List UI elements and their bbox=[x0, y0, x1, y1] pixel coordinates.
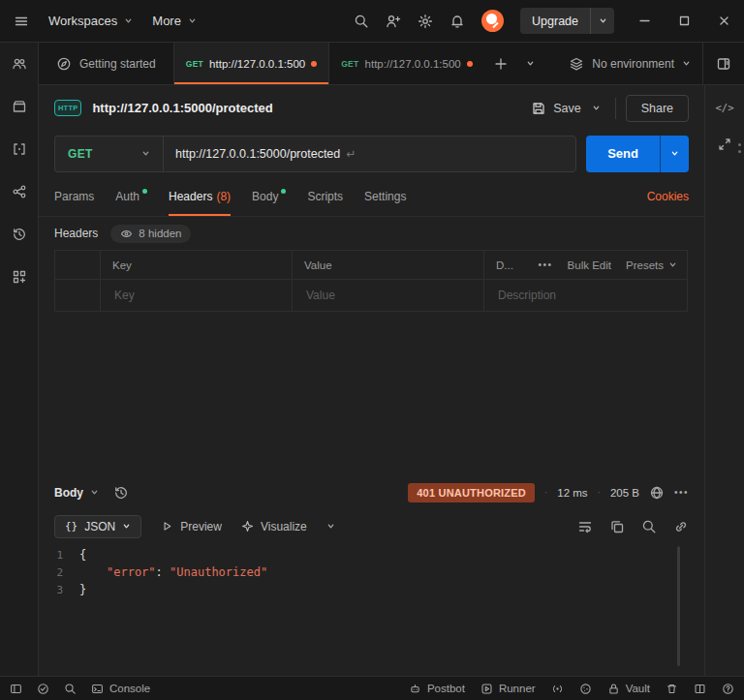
send-button[interactable]: Send bbox=[586, 136, 660, 172]
tab-auth[interactable]: Auth bbox=[115, 176, 147, 216]
response-format-dropdown[interactable]: {} JSON bbox=[54, 515, 141, 538]
more-menu[interactable]: More bbox=[152, 14, 197, 28]
http-protocol-badge: HTTP bbox=[54, 100, 81, 116]
trash-icon[interactable] bbox=[666, 683, 678, 695]
upgrade-options-icon[interactable] bbox=[590, 8, 614, 34]
column-description: D... bbox=[496, 259, 513, 271]
code-line: 1 { bbox=[39, 546, 704, 563]
environment-label: No environment bbox=[592, 57, 674, 71]
status-badge[interactable]: 401 UNAUTHORIZED bbox=[408, 483, 535, 502]
tab-headers[interactable]: Headers (8) bbox=[169, 176, 231, 216]
statusbar-search-icon[interactable] bbox=[64, 683, 77, 695]
save-button[interactable]: Save bbox=[525, 95, 587, 122]
workspaces-label: Workspaces bbox=[48, 14, 117, 28]
send-options-icon[interactable] bbox=[660, 136, 689, 172]
sidebar-toggle-icon[interactable] bbox=[10, 683, 22, 695]
postbot-icon bbox=[409, 683, 421, 695]
separator-dot: · bbox=[598, 487, 601, 498]
visualize-button[interactable]: Visualize bbox=[241, 520, 307, 533]
cookies-icon[interactable] bbox=[579, 683, 592, 695]
copy-icon[interactable] bbox=[609, 519, 625, 534]
two-pane-view-icon[interactable] bbox=[694, 683, 706, 695]
headers-section-label: Headers bbox=[54, 227, 98, 240]
scrollbar[interactable] bbox=[677, 546, 680, 666]
compass-icon bbox=[56, 56, 72, 72]
panel-drag-handle[interactable] bbox=[738, 143, 741, 153]
flows-icon[interactable] bbox=[12, 184, 27, 199]
request-tab-2[interactable]: GET http://127.0.0.1:500 bbox=[328, 43, 483, 84]
cookies-link[interactable]: Cookies bbox=[647, 190, 689, 203]
code-snippet-icon[interactable]: </> bbox=[716, 102, 734, 113]
presets-dropdown[interactable]: Presets bbox=[626, 259, 677, 271]
postman-logo[interactable] bbox=[481, 10, 504, 32]
capture-requests-icon[interactable] bbox=[551, 683, 564, 695]
runner-icon bbox=[480, 683, 493, 695]
upgrade-main-button[interactable]: Upgrade bbox=[520, 8, 590, 34]
code-line: 3 } bbox=[39, 581, 704, 598]
description-input[interactable] bbox=[496, 288, 675, 303]
network-globe-icon[interactable] bbox=[649, 485, 665, 501]
wrap-text-icon[interactable] bbox=[577, 519, 593, 534]
workspaces-menu[interactable]: Workspaces bbox=[48, 14, 133, 28]
response-history-icon[interactable] bbox=[113, 485, 129, 501]
preview-button[interactable]: Preview bbox=[161, 520, 222, 533]
response-options-icon[interactable]: ••• bbox=[674, 487, 689, 498]
value-input[interactable] bbox=[304, 288, 472, 303]
tab-settings[interactable]: Settings bbox=[364, 176, 406, 216]
visualize-label: Visualize bbox=[261, 520, 307, 533]
link-icon[interactable] bbox=[673, 519, 689, 534]
auth-configured-dot bbox=[142, 189, 147, 194]
response-size[interactable]: 205 B bbox=[610, 487, 639, 499]
row-select-cell[interactable] bbox=[55, 280, 100, 311]
tab-scripts[interactable]: Scripts bbox=[307, 176, 343, 216]
tab-title: http://127.0.0.1:500 bbox=[209, 58, 305, 70]
runner-button[interactable]: Runner bbox=[480, 683, 536, 695]
response-time[interactable]: 12 ms bbox=[557, 487, 587, 499]
key-input[interactable] bbox=[112, 288, 280, 303]
tab-list-chevron-icon[interactable] bbox=[517, 43, 543, 84]
new-tab-button[interactable] bbox=[484, 43, 517, 84]
team-icon[interactable] bbox=[12, 56, 27, 72]
share-button[interactable]: Share bbox=[626, 95, 689, 122]
method-select[interactable]: GET bbox=[54, 136, 163, 172]
console-button[interactable]: Console bbox=[91, 683, 150, 695]
headers-section-bar: Headers 8 hidden bbox=[39, 217, 704, 250]
response-body-editor[interactable]: 1 { 2 "error": "Unauthorized" 3 } bbox=[39, 542, 704, 676]
search-icon[interactable] bbox=[354, 14, 369, 29]
empty-area bbox=[39, 312, 704, 474]
postbot-button[interactable]: Postbot bbox=[409, 683, 465, 695]
more-label: More bbox=[152, 14, 181, 28]
window-maximize-button[interactable] bbox=[678, 15, 691, 27]
search-response-icon[interactable] bbox=[641, 519, 657, 534]
connection-status-icon[interactable] bbox=[37, 683, 49, 695]
select-column-header bbox=[55, 251, 100, 279]
collections-icon[interactable] bbox=[12, 99, 27, 114]
environment-selector[interactable]: No environment bbox=[557, 43, 702, 84]
url-input[interactable]: http://127.0.0.1:5000/protected ↵ bbox=[163, 136, 576, 172]
status-bar: Console Postbot Runner bbox=[0, 676, 744, 700]
save-options-icon[interactable] bbox=[587, 98, 605, 118]
tab-params[interactable]: Params bbox=[54, 176, 94, 216]
settings-gear-icon[interactable] bbox=[418, 14, 433, 29]
request-tab-active[interactable]: GET http://127.0.0.1:500 bbox=[173, 43, 328, 84]
window-close-button[interactable] bbox=[718, 15, 730, 27]
vault-button[interactable]: Vault bbox=[607, 683, 650, 695]
more-views-icon[interactable] bbox=[326, 522, 335, 531]
main-menu-icon[interactable] bbox=[14, 14, 29, 29]
notifications-bell-icon[interactable] bbox=[450, 14, 465, 29]
apis-icon[interactable] bbox=[12, 141, 27, 157]
window-minimize-button[interactable] bbox=[638, 15, 651, 27]
bulk-edit-button[interactable]: Bulk Edit bbox=[568, 259, 611, 271]
invite-user-icon[interactable] bbox=[386, 14, 401, 29]
hidden-headers-toggle[interactable]: 8 hidden bbox=[110, 225, 191, 243]
help-icon[interactable] bbox=[722, 683, 734, 695]
url-value: http://127.0.0.1:5000/protected bbox=[175, 147, 340, 161]
tab-body[interactable]: Body bbox=[252, 176, 286, 216]
response-view-dropdown[interactable]: Body bbox=[54, 486, 99, 500]
expand-panel-icon[interactable] bbox=[717, 137, 732, 152]
more-tools-icon[interactable] bbox=[12, 269, 27, 285]
tab-getting-started[interactable]: Getting started bbox=[39, 43, 173, 84]
column-options-icon[interactable]: ••• bbox=[539, 259, 553, 270]
environment-quick-look-icon[interactable] bbox=[702, 43, 744, 84]
history-icon[interactable] bbox=[12, 227, 27, 242]
